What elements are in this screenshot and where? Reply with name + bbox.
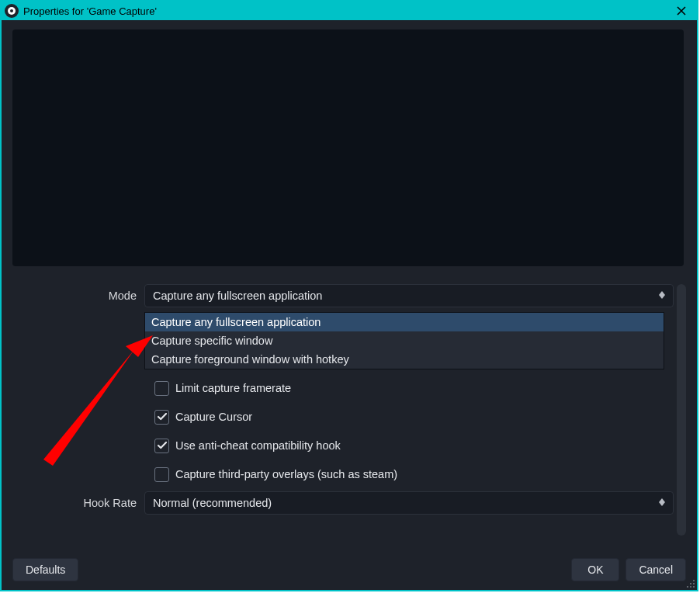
updown-icon — [654, 286, 670, 303]
limit-framerate-checkbox[interactable] — [154, 381, 169, 396]
form-scrollbar[interactable] — [677, 284, 686, 536]
titlebar: Properties for 'Game Capture' — [2, 2, 697, 20]
window-title: Properties for 'Game Capture' — [23, 5, 671, 17]
limit-framerate-row[interactable]: Limit capture framerate — [12, 376, 674, 400]
third-party-overlays-checkbox[interactable] — [154, 467, 169, 482]
mode-option-specific-window[interactable]: Capture specific window — [145, 331, 664, 350]
hook-rate-label: Hook Rate — [12, 497, 144, 509]
mode-select-value: Capture any fullscreen application — [153, 290, 322, 302]
mode-row: Mode Capture any fullscreen application — [12, 284, 674, 307]
capture-preview — [12, 29, 684, 266]
close-icon — [677, 6, 686, 16]
obs-icon — [5, 4, 19, 18]
svg-point-7 — [693, 586, 695, 588]
capture-cursor-checkbox[interactable] — [154, 410, 169, 425]
svg-point-5 — [687, 586, 688, 588]
third-party-overlays-label: Capture third-party overlays (such as st… — [175, 468, 397, 480]
defaults-button[interactable]: Defaults — [12, 558, 78, 581]
close-button[interactable] — [671, 3, 692, 19]
updown-icon — [654, 494, 670, 511]
mode-option-foreground-hotkey[interactable]: Capture foreground window with hotkey — [145, 350, 664, 369]
mode-label: Mode — [12, 290, 144, 302]
mode-dropdown-popup[interactable]: Capture any fullscreen application Captu… — [144, 312, 664, 369]
mode-option-fullscreen[interactable]: Capture any fullscreen application — [145, 313, 664, 331]
anti-cheat-row[interactable]: Use anti-cheat compatibility hook — [12, 434, 674, 457]
svg-point-3 — [690, 583, 691, 584]
svg-point-4 — [693, 583, 695, 584]
anti-cheat-checkbox[interactable] — [154, 439, 169, 453]
cancel-button[interactable]: Cancel — [625, 558, 686, 581]
ok-button-label: OK — [587, 564, 603, 576]
cancel-button-label: Cancel — [639, 564, 673, 576]
hook-rate-select-value: Normal (recommended) — [153, 497, 272, 509]
capture-cursor-row[interactable]: Capture Cursor — [12, 405, 674, 428]
anti-cheat-label: Use anti-cheat compatibility hook — [175, 439, 341, 452]
mode-select[interactable]: Capture any fullscreen application — [144, 284, 674, 307]
capture-cursor-label: Capture Cursor — [175, 411, 252, 423]
svg-point-6 — [690, 586, 691, 588]
hook-rate-row: Hook Rate Normal (recommended) — [12, 491, 674, 515]
client-area: Mode Capture any fullscreen application … — [2, 20, 697, 590]
defaults-button-label: Defaults — [26, 564, 65, 576]
resize-grip-icon[interactable] — [684, 577, 695, 588]
dialog-button-bar: Defaults OK Cancel — [12, 557, 686, 582]
ok-button[interactable]: OK — [571, 558, 619, 581]
limit-framerate-label: Limit capture framerate — [175, 382, 291, 394]
third-party-overlays-row[interactable]: Capture third-party overlays (such as st… — [12, 463, 674, 486]
properties-dialog: Properties for 'Game Capture' Mode Captu… — [0, 0, 698, 591]
svg-point-2 — [693, 580, 695, 581]
hook-rate-select[interactable]: Normal (recommended) — [144, 491, 674, 515]
